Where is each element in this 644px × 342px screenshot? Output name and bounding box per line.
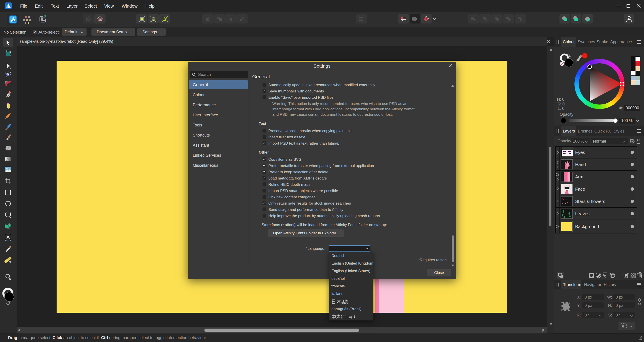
svg-text:fx: fx xyxy=(602,273,606,278)
svg-text:A: A xyxy=(6,235,10,240)
